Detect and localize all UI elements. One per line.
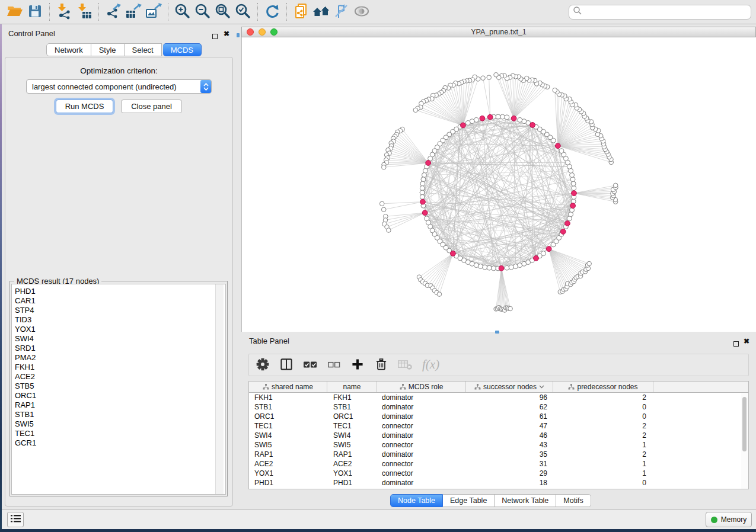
zoom-fit-icon — [215, 3, 231, 21]
zoom-fit-button[interactable] — [213, 2, 233, 22]
table-row[interactable]: TEC1TEC1connector472 — [249, 421, 748, 431]
split-pane-handle[interactable] — [237, 33, 240, 37]
table-cell: STB1 — [249, 403, 327, 411]
import-table-button[interactable] — [74, 2, 94, 22]
document-share-button[interactable] — [291, 2, 311, 22]
optimization-criterion-dropdown[interactable]: largest connected component (undirected) — [26, 79, 212, 94]
checked-boxes-icon — [302, 358, 318, 373]
mcds-result-item[interactable]: GCR1 — [15, 438, 225, 448]
mcds-result-item[interactable]: SWI4 — [15, 334, 225, 344]
mcds-result-item[interactable]: TEC1 — [15, 429, 225, 438]
deselect-all-button[interactable] — [325, 356, 343, 374]
mcds-result-list[interactable]: PHD1CAR1STP4TID3YOX1SWI4SRD1PMA2FKH1ACE2… — [11, 284, 226, 495]
table-cell: PHD1 — [327, 479, 377, 487]
table-cell: 1 — [553, 469, 653, 477]
network-view[interactable] — [242, 37, 756, 332]
mcds-result-item[interactable]: SWI5 — [15, 419, 225, 429]
mcds-result-item[interactable]: YOX1 — [15, 325, 225, 334]
tab-select[interactable]: Select — [125, 43, 162, 56]
mcds-result-item[interactable]: RAP1 — [15, 400, 225, 410]
column-header-MCDS-role[interactable]: MCDS role — [377, 382, 466, 392]
import-network-button[interactable] — [54, 2, 74, 22]
column-header-predecessor-nodes[interactable]: predecessor nodes — [553, 382, 653, 392]
mcds-list-scrollbar[interactable] — [215, 284, 224, 494]
mcds-result-item[interactable]: TID3 — [15, 315, 225, 325]
mcds-result-item[interactable]: STP4 — [15, 306, 225, 315]
sort-chevron-icon — [539, 385, 544, 389]
control-panel-float-button[interactable] — [212, 31, 218, 41]
tab-network[interactable]: Network — [46, 43, 91, 56]
mcds-result-item[interactable]: STB1 — [15, 410, 225, 419]
control-panel-close-button[interactable]: ✖ — [224, 30, 229, 37]
select-all-button[interactable] — [301, 356, 319, 374]
main-toolbar — [0, 0, 756, 24]
column-header-name[interactable]: name — [327, 382, 377, 392]
table-row[interactable]: ORC1ORC1dominator610 — [249, 412, 748, 421]
delete-column-button[interactable] — [372, 356, 390, 374]
table-cell: FKH1 — [249, 393, 327, 402]
column-header-successor-nodes[interactable]: successor nodes — [466, 382, 553, 392]
tab-style[interactable]: Style — [91, 43, 125, 56]
column-header-shared-name[interactable]: shared name — [249, 382, 327, 392]
export-table-button[interactable] — [123, 2, 143, 22]
table-panel-close-button[interactable]: ✖ — [744, 338, 749, 345]
mcds-result-item[interactable]: CAR1 — [15, 296, 225, 306]
table-row[interactable]: FKH1FKH1dominator962 — [249, 393, 748, 402]
eye-button[interactable] — [352, 2, 372, 22]
toggle-column-panel-button[interactable] — [277, 356, 295, 374]
task-history-button[interactable] — [7, 512, 24, 527]
table-settings-button[interactable] — [254, 356, 272, 374]
close-panel-button[interactable]: Close panel — [121, 100, 182, 113]
memory-button[interactable]: Memory — [706, 512, 752, 527]
mcds-result-item[interactable]: FKH1 — [15, 363, 225, 372]
save-session-button[interactable] — [25, 2, 45, 22]
dropdown-selected-value: largest connected component (undirected) — [27, 82, 200, 91]
houses-icon — [312, 3, 331, 21]
memory-button-label: Memory — [721, 515, 747, 524]
function-builder-button[interactable]: f(x) — [420, 356, 446, 374]
zoom-in-button[interactable] — [173, 2, 193, 22]
table-cell: STB1 — [327, 403, 377, 411]
table-cell: 47 — [466, 422, 553, 430]
table-row[interactable]: SWI4SWI4dominator462 — [249, 431, 748, 440]
table-row[interactable]: PHD1PHD1dominator180 — [249, 478, 748, 488]
dropdown-stepper-icon — [200, 80, 211, 93]
tab-node-table[interactable]: Node Table — [390, 494, 443, 507]
delete-table-button[interactable] — [396, 356, 414, 374]
table-cell: 35 — [466, 450, 553, 459]
flag-toggle-button[interactable] — [331, 2, 352, 22]
table-row[interactable]: STB1STB1dominator620 — [249, 402, 748, 412]
network-window-titlebar[interactable]: YPA_prune.txt_1 — [241, 27, 756, 37]
tab-edge-table[interactable]: Edge Table — [443, 494, 495, 507]
export-network-button[interactable] — [103, 2, 123, 22]
apply-layout-button[interactable] — [262, 2, 282, 22]
search-input[interactable] — [582, 8, 747, 17]
table-row[interactable]: ACE2ACE2connector311 — [249, 459, 748, 469]
table-panel-float-button[interactable] — [733, 338, 739, 349]
mcds-result-item[interactable]: PMA2 — [15, 353, 225, 363]
export-image-button[interactable] — [143, 2, 164, 22]
floppy-disk-icon — [27, 3, 43, 21]
table-cell: 31 — [466, 460, 553, 468]
import-table-icon — [76, 3, 92, 21]
mcds-result-item[interactable]: STB5 — [15, 382, 225, 391]
network-canvas[interactable] — [241, 37, 756, 332]
tab-mcds[interactable]: MCDS — [163, 43, 202, 56]
mcds-result-item[interactable]: SRD1 — [15, 344, 225, 353]
houses-button[interactable] — [311, 2, 331, 22]
table-scrollbar-track[interactable] — [741, 393, 748, 489]
mcds-result-item[interactable]: ACE2 — [15, 372, 225, 382]
open-session-button[interactable] — [5, 2, 25, 22]
create-column-button[interactable] — [349, 356, 366, 374]
mcds-result-item[interactable]: PHD1 — [15, 287, 225, 296]
table-row[interactable]: RAP1RAP1dominator352 — [249, 450, 748, 459]
tab-motifs[interactable]: Motifs — [556, 494, 591, 507]
run-mcds-button[interactable]: Run MCDS — [56, 100, 113, 113]
table-row[interactable]: SWI5SWI5connector431 — [249, 440, 748, 450]
tab-network-table[interactable]: Network Table — [495, 494, 556, 507]
table-scrollbar-thumb[interactable] — [742, 397, 747, 451]
zoom-out-button[interactable] — [193, 2, 213, 22]
zoom-selected-button[interactable] — [233, 2, 253, 22]
table-row[interactable]: YOX1YOX1connector291 — [249, 469, 748, 478]
mcds-result-item[interactable]: ORC1 — [15, 391, 225, 400]
